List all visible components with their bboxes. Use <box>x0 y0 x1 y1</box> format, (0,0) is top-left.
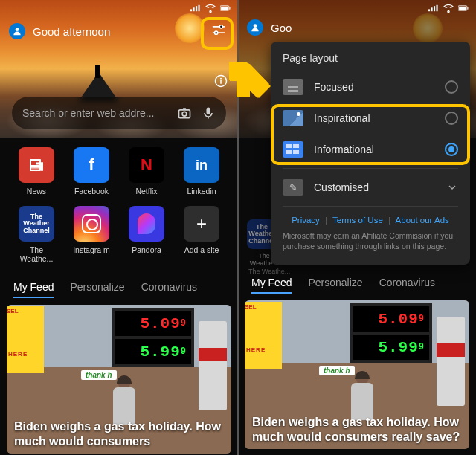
option-label: Informational <box>314 143 434 155</box>
status-bar <box>428 3 469 13</box>
svg-rect-23 <box>31 167 39 167</box>
battery-icon <box>220 3 231 13</box>
wifi-icon <box>205 3 216 13</box>
tab-personalize[interactable]: Personalize <box>70 281 124 298</box>
option-informational[interactable]: Informational <box>271 134 470 165</box>
tab-coronavirus[interactable]: Coronavirus <box>141 281 197 298</box>
option-label: Focused <box>314 81 434 93</box>
chevron-down-icon <box>446 181 458 193</box>
price-sign: 5.099 5.999 <box>350 303 432 363</box>
site-label: Facebook <box>74 187 109 196</box>
linkedin-icon: in <box>184 147 219 183</box>
link-ads[interactable]: About our Ads <box>396 216 449 225</box>
avatar[interactable] <box>247 19 263 36</box>
site-weather[interactable]: The Weather ChannelThe Weathe... <box>9 206 64 263</box>
option-customised[interactable]: Customised <box>271 172 470 203</box>
site-facebook[interactable]: fFacebook <box>64 147 119 196</box>
svg-rect-20 <box>31 161 36 165</box>
popover-title: Page layout <box>271 51 470 71</box>
tab-personalize[interactable]: Personalize <box>308 277 362 294</box>
feed-tabs: My Feed Personalize Coronavirus <box>0 281 238 298</box>
option-inspirational[interactable]: Inspirational <box>271 103 470 134</box>
status-bar <box>190 3 231 13</box>
info-icon <box>214 74 228 88</box>
price-2: 5.999 <box>353 335 429 360</box>
header: Goo <box>238 19 476 36</box>
svg-rect-1 <box>193 7 195 11</box>
svg-rect-31 <box>467 7 468 9</box>
pandora-icon <box>129 206 164 242</box>
site-label: Pandora <box>132 245 161 254</box>
site-label: Netflix <box>135 187 157 196</box>
option-label: Customised <box>314 181 436 193</box>
site-linkedin[interactable]: inLinkedin <box>174 147 229 196</box>
site-add[interactable]: +Add a site <box>174 206 229 263</box>
separator <box>283 168 458 169</box>
link-terms[interactable]: Terms of Use <box>332 216 383 225</box>
site-label: The Weathe... <box>248 268 290 275</box>
svg-rect-2 <box>196 6 197 11</box>
svg-rect-22 <box>36 164 39 165</box>
price-2: 5.999 <box>115 339 191 364</box>
page-layout-button[interactable] <box>208 19 229 43</box>
screenshot-divider <box>237 0 239 455</box>
option-label: Inspirational <box>314 112 434 124</box>
banner-sign: SEL <box>7 306 44 373</box>
radio-unselected <box>445 112 458 125</box>
page-layout-popover: Page layout Focused Inspirational Inform… <box>271 42 470 265</box>
instagram-icon <box>74 206 109 242</box>
price-1: 5.099 <box>115 311 191 336</box>
svg-rect-5 <box>221 7 228 10</box>
svg-point-32 <box>254 24 257 28</box>
svg-point-13 <box>220 78 222 80</box>
site-news[interactable]: News <box>9 147 64 196</box>
netflix-icon: N <box>129 147 164 183</box>
tab-my-feed[interactable]: My Feed <box>13 281 54 298</box>
site-pandora[interactable]: Pandora <box>119 206 174 263</box>
tower <box>95 65 100 78</box>
separator <box>283 206 458 207</box>
link-privacy[interactable]: Privacy <box>292 216 320 225</box>
site-netflix[interactable]: NNetflix <box>119 147 174 196</box>
feed-card[interactable]: SEL 5.099 5.999 thank h Biden weighs a g… <box>7 305 231 454</box>
gas-pump <box>199 321 227 410</box>
radio-selected <box>445 143 458 156</box>
informational-icon <box>283 141 303 158</box>
avatar[interactable] <box>9 23 25 39</box>
svg-rect-17 <box>207 108 210 114</box>
site-instagram[interactable]: Instagra m <box>64 206 119 263</box>
camera-icon[interactable] <box>177 106 192 120</box>
svg-point-11 <box>215 31 218 34</box>
svg-rect-0 <box>190 9 192 11</box>
price-sign: 5.099 5.999 <box>112 308 194 367</box>
feed-tabs: My Feed Personalize Coronavirus <box>238 277 476 294</box>
card-headline: Biden weighs a gas tax holiday. How much… <box>252 415 462 445</box>
facebook-icon: f <box>74 147 109 183</box>
footer-links: Privacy | Terms of Use | About our Ads <box>271 210 470 228</box>
person-icon <box>12 26 22 36</box>
wifi-icon <box>443 3 454 13</box>
tab-my-feed[interactable]: My Feed <box>251 277 292 294</box>
svg-rect-3 <box>199 5 200 11</box>
option-focused[interactable]: Focused <box>271 71 470 103</box>
svg-rect-27 <box>434 6 435 11</box>
search-input[interactable] <box>22 107 168 119</box>
svg-rect-28 <box>437 5 438 11</box>
sliders-icon <box>211 22 226 37</box>
phone-right: Goo The Weather Channel The Weathe... Th… <box>238 0 476 455</box>
news-icon <box>19 147 54 183</box>
search-bar[interactable] <box>12 97 226 129</box>
inspirational-icon <box>283 110 303 126</box>
svg-point-16 <box>182 112 187 116</box>
banner-sign: SEL <box>245 302 282 369</box>
info-button[interactable] <box>214 74 228 91</box>
svg-rect-21 <box>36 161 39 163</box>
feed-card[interactable]: SEL 5.099 5.999 thank h Biden weighs a g… <box>245 300 469 449</box>
mic-icon[interactable] <box>201 106 216 120</box>
site-label: News <box>27 187 46 196</box>
footer-disclaimer: Microsoft may earn an Affiliate Commissi… <box>271 228 470 256</box>
signal-icon <box>190 3 201 13</box>
price-1: 5.099 <box>353 306 429 332</box>
svg-rect-25 <box>428 9 430 11</box>
tab-coronavirus[interactable]: Coronavirus <box>379 277 435 294</box>
